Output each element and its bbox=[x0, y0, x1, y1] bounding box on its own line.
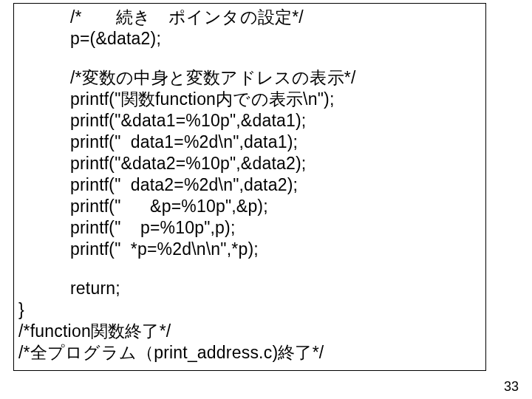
code-line: } bbox=[18, 299, 481, 321]
code-box: /* 続き ポインタの設定*/ p=(&data2); /*変数の中身と変数アド… bbox=[13, 3, 486, 371]
code-line: printf(" p=%10p",p); bbox=[18, 217, 481, 239]
code-line: printf(" *p=%2d\n\n",*p); bbox=[18, 239, 481, 260]
slide: /* 続き ポインタの設定*/ p=(&data2); /*変数の中身と変数アド… bbox=[0, 0, 532, 399]
code-line: printf(" &p=%10p",&p); bbox=[18, 196, 481, 217]
code-line: /*function関数終了*/ bbox=[18, 321, 481, 342]
code-line: printf(" data2=%2d\n",data2); bbox=[18, 174, 481, 196]
code-line: /* 続き ポインタの設定*/ bbox=[18, 7, 481, 28]
blank-line bbox=[18, 50, 481, 67]
code-line: printf(" data1=%2d\n",data1); bbox=[18, 132, 481, 153]
page-number: 33 bbox=[504, 379, 519, 395]
blank-line bbox=[18, 260, 481, 278]
code-line: /*変数の中身と変数アドレスの表示*/ bbox=[18, 67, 481, 89]
code-line: p=(&data2); bbox=[18, 28, 481, 50]
code-line: /*全プログラム（print_address.c)終了*/ bbox=[18, 342, 481, 364]
code-line: printf("&data2=%10p",&data2); bbox=[18, 153, 481, 174]
code-line: return; bbox=[18, 278, 481, 299]
code-line: printf("&data1=%10p",&data1); bbox=[18, 110, 481, 132]
code-line: printf("関数function内での表示\n"); bbox=[18, 89, 481, 110]
